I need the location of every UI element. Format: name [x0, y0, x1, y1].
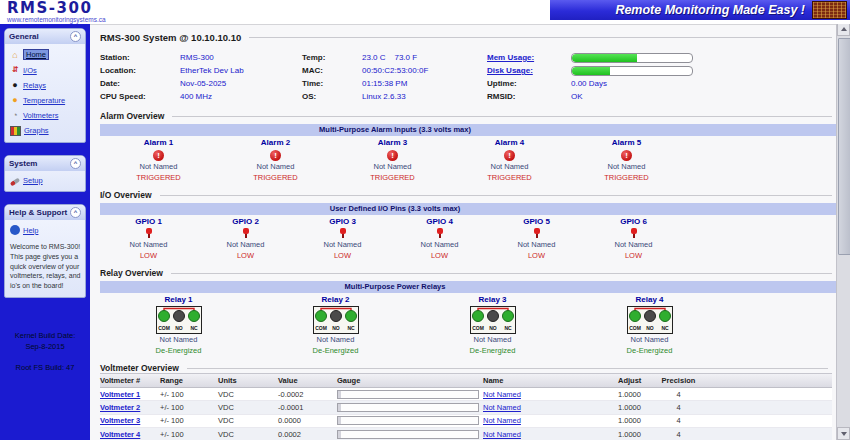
- alarm-triggered-icon: !: [504, 150, 515, 161]
- sidebar-item-relays[interactable]: ●Relays: [10, 80, 82, 90]
- channel-name[interactable]: Not Named: [585, 240, 682, 249]
- alarm-4-label[interactable]: Alarm 4: [451, 138, 568, 147]
- sidebar-item-temperature[interactable]: ●Temperature: [10, 95, 82, 105]
- channel-state: LOW: [488, 251, 585, 260]
- gauge-cell: [337, 416, 483, 425]
- logo-url: www.remotemonitoringsystems.ca: [7, 16, 106, 23]
- sidebar-item-help[interactable]: Help: [10, 225, 82, 235]
- rms-300-page: RMS-300 www.remotemonitoringsystems.ca R…: [0, 0, 850, 440]
- spacer: [0, 352, 90, 362]
- precision-value: 4: [656, 430, 701, 439]
- info-link-mem-usage[interactable]: Mem Usage:: [487, 51, 571, 64]
- collapse-icon[interactable]: ^: [70, 158, 81, 169]
- vertical-scrollbar[interactable]: [836, 23, 850, 440]
- voltmeter-3-link[interactable]: Voltmeter 3: [100, 416, 160, 425]
- temperature-icon: ●: [10, 95, 20, 105]
- channel-name[interactable]: Not Named: [100, 335, 257, 344]
- collapse-icon[interactable]: ^: [70, 207, 81, 218]
- relay-1-label[interactable]: Relay 1: [100, 295, 257, 304]
- info-value: EtherTek Dev Lab: [180, 64, 302, 77]
- voltmeter-1-link[interactable]: Voltmeter 1: [100, 390, 160, 399]
- channel-name[interactable]: Not Named: [334, 162, 451, 171]
- bar-cell: [571, 51, 836, 64]
- alarm-1-label[interactable]: Alarm 1: [100, 138, 217, 147]
- gpio-2-label[interactable]: GPIO 2: [197, 217, 294, 226]
- gauge-bar: [337, 430, 479, 439]
- sidebar-sections: General^⌂Home⇵I/Os●Relays●Temperature◔Vo…: [0, 28, 90, 298]
- relay-4-label[interactable]: Relay 4: [571, 295, 728, 304]
- voltmeter-row: Voltmeter 2+/- 100VDC-0.0001Not Named1.0…: [100, 401, 832, 414]
- sidebar-item-i-os[interactable]: ⇵I/Os: [10, 65, 82, 75]
- alarm-5-column: Alarm 5!Not NamedTRIGGERED: [568, 138, 685, 182]
- relay-3-label[interactable]: Relay 3: [414, 295, 571, 304]
- alarm-5-label[interactable]: Alarm 5: [568, 138, 685, 147]
- alarm-2-label[interactable]: Alarm 2: [217, 138, 334, 147]
- column-header-voltmeter: Voltmeter #: [100, 376, 160, 385]
- gpio-5-label[interactable]: GPIO 5: [488, 217, 585, 226]
- channel-state: De-Energized: [571, 346, 728, 355]
- channel-name[interactable]: Not Named: [568, 162, 685, 171]
- info-label: Uptime:: [487, 77, 571, 90]
- channel-name[interactable]: Not Named: [451, 162, 568, 171]
- relay-pin-label: NC: [661, 325, 669, 331]
- voltage-value: -0.0001: [278, 403, 337, 412]
- units-value: VDC: [218, 416, 278, 425]
- pin-stem: [536, 234, 538, 238]
- section-title: Relay Overview: [100, 268, 163, 278]
- channel-name[interactable]: Not Named: [294, 240, 391, 249]
- range-value: +/- 100: [160, 403, 218, 412]
- alarm-band-title: Multi-Purpose Alarm Inputs (3.3 volts ma…: [100, 124, 690, 136]
- io-band: User Defined I/O Pins (3.3 volts max): [100, 203, 836, 215]
- gauge-cell: [337, 390, 483, 399]
- gpio-2-column: GPIO 2Not NamedLOW: [197, 217, 294, 260]
- channel-name[interactable]: Not Named: [257, 335, 414, 344]
- relay-pin-label: COM: [629, 325, 641, 331]
- voltmeter-4-link[interactable]: Voltmeter 4: [100, 430, 160, 439]
- alarm-3-label[interactable]: Alarm 3: [334, 138, 451, 147]
- channel-name[interactable]: Not Named: [217, 162, 334, 171]
- sidebar-panel-help-support: Help & Support^HelpWelcome to RMS-300! T…: [4, 204, 86, 298]
- gpio-6-label[interactable]: GPIO 6: [585, 217, 682, 226]
- relay-2-label[interactable]: Relay 2: [257, 295, 414, 304]
- pin-stem: [342, 234, 344, 238]
- sidebar-item-home[interactable]: ⌂Home: [10, 49, 82, 60]
- sidebar-item-voltmeters[interactable]: ◔Voltmeters: [10, 110, 82, 120]
- channel-state: TRIGGERED: [334, 173, 451, 182]
- alarm-band: Multi-Purpose Alarm Inputs (3.3 volts ma…: [100, 124, 836, 136]
- channel-name[interactable]: Not Named: [100, 162, 217, 171]
- scroll-up-button[interactable]: [837, 23, 850, 36]
- io-icon: ⇵: [10, 65, 20, 75]
- channel-state: De-Energized: [414, 346, 571, 355]
- adjust-value: 1.0000: [618, 390, 656, 399]
- channel-name[interactable]: Not Named: [391, 240, 488, 249]
- voltmeter-2-link[interactable]: Voltmeter 2: [100, 403, 160, 412]
- voltmeter-icon: ◔: [10, 110, 20, 120]
- gpio-4-label[interactable]: GPIO 4: [391, 217, 488, 226]
- sidebar-item-graphs[interactable]: Graphs: [10, 125, 82, 136]
- info-value: 400 MHz: [180, 90, 302, 103]
- page-title: RMS-300 System @ 10.10.10.10: [100, 32, 241, 43]
- info-link-disk-usage[interactable]: Disk Usage:: [487, 64, 571, 77]
- channel-name[interactable]: Not Named: [100, 240, 197, 249]
- name-link[interactable]: Not Named: [483, 390, 618, 399]
- sidebar-item-label: Setup: [23, 176, 43, 185]
- voltage-value: 0.0002: [278, 430, 337, 439]
- name-link[interactable]: Not Named: [483, 403, 618, 412]
- disk-usage-bar: [571, 66, 693, 76]
- name-link[interactable]: Not Named: [483, 430, 618, 439]
- sidebar-item-setup[interactable]: Setup: [10, 176, 82, 185]
- channel-name[interactable]: Not Named: [571, 335, 728, 344]
- help-icon: [10, 225, 20, 235]
- scroll-down-button[interactable]: [837, 427, 850, 440]
- collapse-icon[interactable]: ^: [70, 31, 81, 42]
- channel-state: LOW: [391, 251, 488, 260]
- channel-name[interactable]: Not Named: [414, 335, 571, 344]
- gpio-1-label[interactable]: GPIO 1: [100, 217, 197, 226]
- scrollbar-thumb[interactable]: [838, 38, 850, 255]
- alarm-triggered-icon: !: [153, 150, 164, 161]
- gpio-3-label[interactable]: GPIO 3: [294, 217, 391, 226]
- channel-name[interactable]: Not Named: [488, 240, 585, 249]
- name-link[interactable]: Not Named: [483, 416, 618, 425]
- panel-header: Help & Support^: [5, 205, 85, 220]
- channel-name[interactable]: Not Named: [197, 240, 294, 249]
